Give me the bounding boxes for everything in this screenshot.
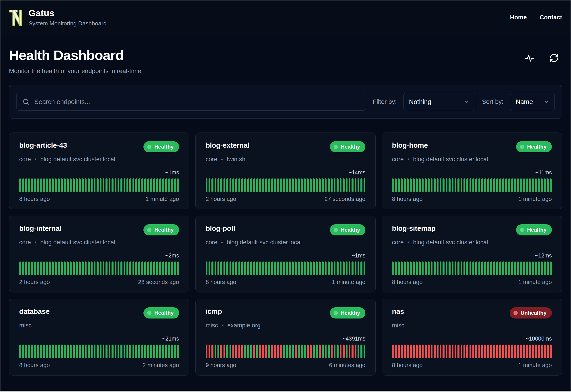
- uptime-bar[interactable]: [147, 345, 149, 358]
- uptime-bar[interactable]: [295, 345, 297, 358]
- nav-link-contact[interactable]: Contact: [540, 14, 562, 21]
- uptime-bar[interactable]: [298, 178, 300, 192]
- uptime-bar[interactable]: [419, 262, 421, 275]
- uptime-bar[interactable]: [61, 345, 63, 358]
- uptime-bar[interactable]: [310, 345, 312, 358]
- uptime-bar[interactable]: [517, 345, 519, 358]
- uptime-bar[interactable]: [355, 178, 356, 192]
- uptime-bar[interactable]: [168, 262, 170, 275]
- uptime-bar[interactable]: [472, 178, 474, 192]
- uptime-bar[interactable]: [544, 262, 546, 275]
- uptime-bar[interactable]: [481, 178, 483, 192]
- uptime-bar[interactable]: [58, 262, 60, 275]
- uptime-bar[interactable]: [174, 345, 176, 358]
- uptime-bar[interactable]: [118, 345, 119, 358]
- uptime-bar[interactable]: [310, 178, 312, 192]
- uptime-bar[interactable]: [337, 345, 338, 358]
- uptime-bar[interactable]: [46, 262, 48, 275]
- uptime-bar[interactable]: [526, 345, 528, 358]
- uptime-bar[interactable]: [541, 262, 543, 275]
- uptime-bar[interactable]: [67, 262, 69, 275]
- uptime-bar[interactable]: [247, 262, 249, 275]
- uptime-bar[interactable]: [244, 262, 246, 275]
- uptime-bar[interactable]: [109, 178, 110, 192]
- uptime-bar[interactable]: [232, 345, 234, 358]
- uptime-bar[interactable]: [407, 178, 409, 192]
- uptime-bar[interactable]: [361, 345, 362, 358]
- uptime-bar[interactable]: [105, 262, 107, 275]
- uptime-bar[interactable]: [407, 345, 409, 358]
- uptime-bar[interactable]: [487, 345, 489, 358]
- uptime-bar[interactable]: [496, 262, 498, 275]
- uptime-bar[interactable]: [358, 345, 359, 358]
- uptime-bar[interactable]: [49, 345, 51, 358]
- uptime-bar[interactable]: [526, 178, 528, 192]
- uptime-bar[interactable]: [289, 178, 291, 192]
- uptime-bar[interactable]: [250, 178, 252, 192]
- uptime-bar[interactable]: [256, 345, 258, 358]
- uptime-bar[interactable]: [88, 345, 90, 358]
- uptime-bar[interactable]: [446, 345, 448, 358]
- uptime-bar[interactable]: [159, 345, 161, 358]
- uptime-bar[interactable]: [58, 345, 60, 358]
- endpoint-card[interactable]: blog-internal Healthy core • blog.defaul…: [9, 216, 189, 293]
- uptime-bar[interactable]: [292, 345, 294, 358]
- uptime-bar[interactable]: [298, 262, 300, 275]
- uptime-bar[interactable]: [162, 178, 164, 192]
- endpoint-card[interactable]: blog-poll Healthy core • blog.default.sv…: [195, 216, 376, 293]
- uptime-bar[interactable]: [135, 262, 137, 275]
- uptime-bar[interactable]: [25, 345, 27, 358]
- uptime-bar[interactable]: [91, 262, 92, 275]
- uptime-bar[interactable]: [283, 178, 285, 192]
- uptime-bar[interactable]: [289, 262, 291, 275]
- uptime-bar[interactable]: [268, 262, 270, 275]
- uptime-bar[interactable]: [165, 262, 167, 275]
- uptime-bar[interactable]: [153, 345, 155, 358]
- uptime-bar[interactable]: [425, 262, 426, 275]
- uptime-bar[interactable]: [49, 262, 51, 275]
- uptime-bar[interactable]: [469, 178, 471, 192]
- uptime-bar[interactable]: [502, 345, 504, 358]
- uptime-bar[interactable]: [153, 178, 155, 192]
- uptime-bar[interactable]: [514, 262, 516, 275]
- uptime-bar[interactable]: [76, 345, 78, 358]
- uptime-bar[interactable]: [331, 178, 332, 192]
- uptime-bar[interactable]: [313, 345, 315, 358]
- uptime-bar[interactable]: [440, 178, 441, 192]
- uptime-bar[interactable]: [259, 262, 261, 275]
- uptime-bar[interactable]: [73, 262, 75, 275]
- uptime-bar[interactable]: [177, 262, 179, 275]
- uptime-bar[interactable]: [346, 345, 347, 358]
- uptime-bar[interactable]: [472, 262, 474, 275]
- uptime-bar[interactable]: [535, 262, 537, 275]
- uptime-bar[interactable]: [37, 345, 39, 358]
- uptime-bar[interactable]: [79, 262, 80, 275]
- uptime-bar[interactable]: [413, 178, 415, 192]
- uptime-bar[interactable]: [410, 345, 411, 358]
- uptime-bar[interactable]: [85, 178, 87, 192]
- uptime-bar[interactable]: [235, 262, 237, 275]
- uptime-bar[interactable]: [340, 262, 342, 275]
- uptime-bar[interactable]: [461, 262, 462, 275]
- endpoint-card[interactable]: blog-article-43 Healthy core • blog.defa…: [9, 133, 189, 209]
- uptime-bar[interactable]: [431, 262, 433, 275]
- uptime-bar[interactable]: [511, 345, 513, 358]
- uptime-bar[interactable]: [120, 262, 122, 275]
- uptime-bar[interactable]: [61, 178, 63, 192]
- uptime-bar[interactable]: [410, 178, 411, 192]
- uptime-bar[interactable]: [532, 262, 534, 275]
- uptime-bar[interactable]: [162, 345, 164, 358]
- uptime-bar[interactable]: [103, 262, 104, 275]
- uptime-bar[interactable]: [398, 262, 400, 275]
- activity-pulse-icon[interactable]: [525, 53, 534, 63]
- uptime-bar[interactable]: [416, 178, 418, 192]
- uptime-bar[interactable]: [247, 178, 249, 192]
- uptime-bar[interactable]: [274, 262, 276, 275]
- uptime-bar[interactable]: [120, 178, 122, 192]
- uptime-bar[interactable]: [449, 262, 450, 275]
- uptime-bar[interactable]: [165, 178, 167, 192]
- uptime-bar[interactable]: [481, 345, 483, 358]
- uptime-bar[interactable]: [472, 345, 474, 358]
- uptime-bar[interactable]: [112, 178, 113, 192]
- uptime-bar[interactable]: [392, 178, 394, 192]
